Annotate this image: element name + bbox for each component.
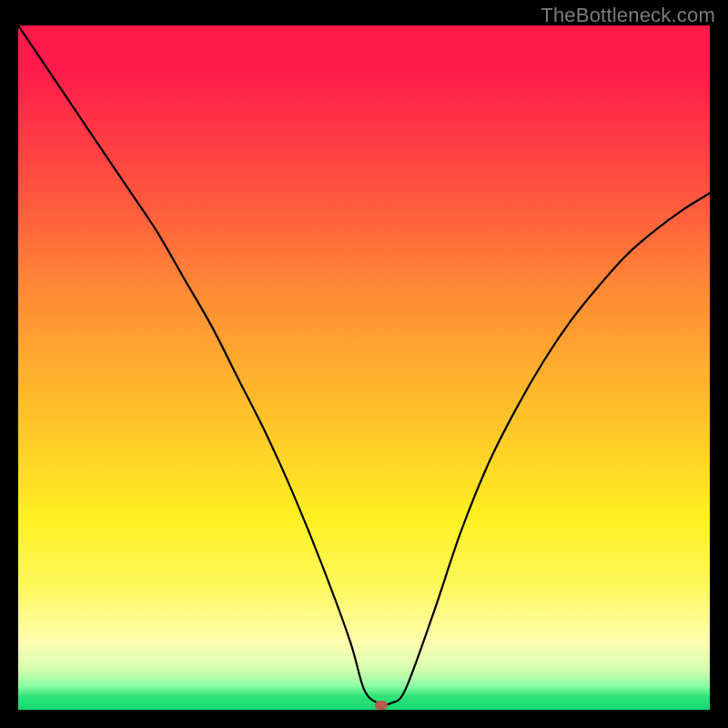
- bottleneck-curve-path: [18, 25, 710, 704]
- chart-frame: TheBottleneck.com: [0, 0, 728, 728]
- watermark-text: TheBottleneck.com: [541, 4, 715, 27]
- bottleneck-curve-svg: [18, 25, 710, 710]
- optimal-point-marker: [375, 701, 388, 710]
